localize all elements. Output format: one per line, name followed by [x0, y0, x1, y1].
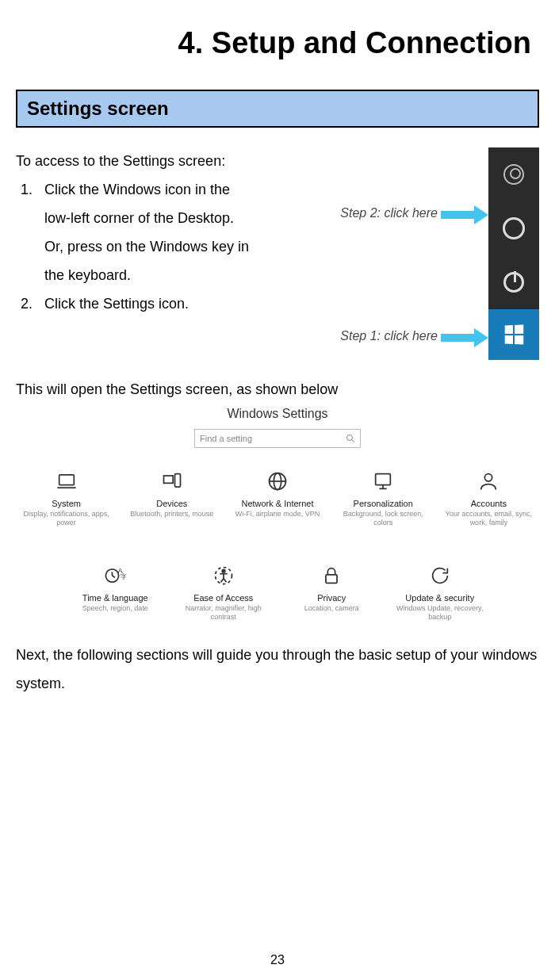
svg-line-1: [352, 440, 355, 443]
tile-desc: Display, notifications, apps, power: [17, 510, 115, 528]
person-icon: [503, 164, 524, 185]
chapter-title: 4. Setup and Connection: [16, 16, 539, 90]
step-item: Click the Settings icon.: [36, 289, 254, 318]
tile-desc: Wi-Fi, airplane mode, VPN: [235, 510, 320, 519]
tile-desc: Speech, region, date: [82, 604, 148, 613]
tile-update-security: Update & security Windows Update, recove…: [388, 563, 492, 622]
windows-start-cell: [488, 309, 539, 360]
tile-desc: Windows Update, recovery, backup: [390, 604, 491, 622]
tile-network: Network & Internet Wi-Fi, airplane mode,…: [227, 469, 327, 528]
windows-logo-icon: [505, 324, 524, 344]
power-icon-cell: [488, 255, 539, 309]
tile-ease-of-access: Ease of Access Narrator, magnifier, high…: [172, 563, 276, 622]
power-icon: [503, 272, 524, 293]
update-icon: [427, 563, 453, 588]
svg-rect-24: [326, 574, 337, 583]
page-number: 23: [0, 953, 555, 967]
after-steps-text: This will open the Settings screen, as s…: [16, 375, 539, 404]
svg-rect-9: [376, 474, 391, 485]
svg-text:字: 字: [121, 572, 126, 580]
tile-desc: Bluetooth, printers, mouse: [130, 510, 213, 519]
svg-rect-4: [163, 476, 173, 483]
tile-title: Devices: [156, 499, 187, 508]
intro-text: To access to the Settings screen:: [16, 147, 254, 175]
step-list: Click the Windows icon in the low-left c…: [16, 175, 254, 318]
svg-point-12: [485, 474, 492, 481]
tile-title: Privacy: [317, 593, 346, 603]
settings-tiles-row2: A字 Time & language Speech, region, date …: [16, 563, 539, 622]
tile-desc: Your accounts, email, sync, work, family: [440, 510, 538, 528]
tile-time-language: A字 Time & language Speech, region, date: [63, 563, 167, 622]
callout-step1: Step 1: click here: [340, 328, 488, 344]
settings-tiles-row1: System Display, notifications, apps, pow…: [16, 469, 539, 546]
svg-rect-2: [59, 475, 74, 485]
tile-title: System: [52, 499, 81, 508]
callout-step2: Step 2: click here: [340, 205, 488, 221]
section-heading-bar: Settings screen: [16, 90, 539, 128]
instructions-text: To access to the Settings screen: Click …: [16, 147, 254, 361]
svg-line-15: [113, 576, 116, 577]
callout-column: Step 2: click here Step 1: click here: [340, 147, 488, 361]
start-sidebar-strip: [488, 147, 539, 360]
account-icon-cell: [488, 147, 539, 201]
callout-step1-label: Step 1: click here: [340, 329, 438, 343]
time-language-icon: A字: [102, 563, 128, 588]
globe-icon: [265, 469, 290, 494]
instructions-row: To access to the Settings screen: Click …: [16, 147, 539, 361]
svg-line-23: [224, 578, 227, 582]
windows-settings-figure: Windows Settings Find a setting System D…: [16, 407, 539, 622]
step-item: Click the Windows icon in the low-left c…: [36, 175, 254, 289]
tile-devices: Devices Bluetooth, printers, mouse: [121, 469, 222, 528]
settings-icon-cell: [488, 201, 539, 255]
tile-personalization: Personalization Background, lock screen,…: [333, 469, 434, 528]
tile-title: Ease of Access: [193, 593, 253, 603]
tile-desc: Background, lock screen, colors: [335, 510, 432, 528]
tile-system: System Display, notifications, apps, pow…: [16, 469, 117, 528]
document-page: 4. Setup and Connection Settings screen …: [0, 0, 555, 980]
person-outline-icon: [476, 469, 501, 494]
devices-icon: [159, 469, 185, 494]
tile-title: Accounts: [471, 499, 507, 508]
svg-point-0: [347, 435, 353, 441]
tile-title: Personalization: [354, 499, 413, 508]
tile-desc: Narrator, magnifier, high contrast: [174, 604, 274, 622]
search-placeholder: Find a setting: [200, 434, 252, 443]
ease-of-access-icon: [211, 563, 236, 588]
gear-icon: [503, 217, 525, 239]
svg-point-19: [222, 569, 225, 572]
lock-icon: [319, 563, 344, 588]
tile-title: Update & security: [405, 593, 474, 603]
paint-icon: [370, 469, 396, 494]
laptop-icon: [54, 469, 79, 494]
section-heading: Settings screen: [27, 98, 528, 120]
tile-title: Time & language: [82, 593, 148, 603]
callout-step2-label: Step 2: click here: [340, 206, 438, 220]
tile-desc: Location, camera: [304, 604, 359, 613]
svg-rect-5: [174, 474, 180, 487]
tile-accounts: Accounts Your accounts, email, sync, wor…: [438, 469, 539, 528]
search-input: Find a setting: [194, 429, 361, 448]
tile-privacy: Privacy Location, camera: [280, 563, 384, 622]
start-menu-figure: Step 2: click here Step 1: click here: [262, 147, 539, 361]
tile-title: Network & Internet: [241, 499, 313, 508]
arrow-icon: [441, 328, 488, 344]
search-icon: [346, 434, 355, 443]
windows-settings-title: Windows Settings: [16, 407, 539, 421]
arrow-icon: [441, 205, 488, 221]
closing-text: Next, the following sections will guide …: [16, 641, 539, 698]
